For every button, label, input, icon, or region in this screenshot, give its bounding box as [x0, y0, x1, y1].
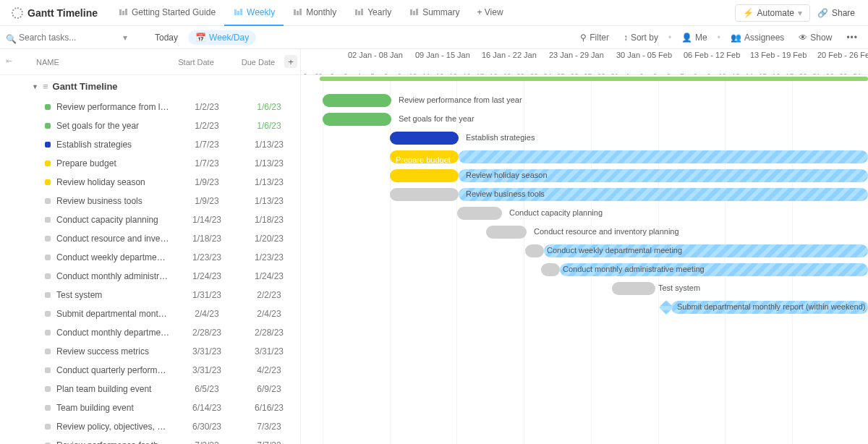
- gantt-row[interactable]: Review holiday season: [301, 166, 868, 185]
- gantt-bar-label: Review performance from last year: [399, 95, 522, 104]
- gantt-bar[interactable]: [323, 113, 391, 126]
- tab-summary[interactable]: Summary: [400, 0, 468, 26]
- svg-rect-11: [361, 9, 363, 15]
- task-row[interactable]: Review holiday season 1/9/23 1/13/23: [0, 173, 300, 192]
- task-row[interactable]: Conduct monthly departmental m... 2/28/2…: [0, 323, 300, 342]
- gantt-bar-extension[interactable]: [459, 150, 868, 163]
- gantt-pane[interactable]: 02 Jan - 08 Jan09 Jan - 15 Jan16 Jan - 2…: [301, 49, 868, 444]
- sort-icon: ↕: [624, 33, 628, 43]
- col-name[interactable]: NAME: [0, 58, 165, 67]
- automate-button[interactable]: ⚡ Automate ▾: [735, 4, 810, 22]
- task-row[interactable]: Test system 1/31/23 2/2/23: [0, 286, 300, 304]
- task-name: Establish strategies: [56, 140, 176, 150]
- show-button[interactable]: 👁Show: [794, 33, 836, 43]
- gantt-bar[interactable]: Prepare budget: [390, 150, 459, 163]
- task-row[interactable]: Review business tools 1/9/23 1/13/23: [0, 192, 300, 210]
- gantt-bar[interactable]: [390, 169, 459, 182]
- svg-rect-2: [125, 9, 127, 15]
- gantt-row[interactable]: Test system: [301, 279, 868, 298]
- tab-label: Yearly: [367, 7, 391, 17]
- gantt-row[interactable]: Conduct weekly departmental meeting: [301, 242, 868, 260]
- task-row[interactable]: Conduct quarterly performance m... 3/31/…: [0, 361, 300, 380]
- gantt-row[interactable]: [301, 373, 868, 392]
- col-due[interactable]: Due Date: [227, 58, 289, 67]
- task-row[interactable]: Establish strategies 1/7/23 1/13/23: [0, 135, 300, 154]
- filter-button[interactable]: ⚲Filter: [576, 33, 613, 43]
- search-input[interactable]: [6, 33, 114, 43]
- gantt-bar[interactable]: [486, 226, 527, 239]
- collapse-icon[interactable]: ⇤: [6, 56, 12, 66]
- status-dot: [45, 405, 51, 411]
- gantt-bar-label: Conduct weekly departmental meeting: [547, 246, 682, 255]
- task-row[interactable]: Team building event 6/14/23 6/16/23: [0, 398, 300, 417]
- gantt-row[interactable]: Conduct resource and inventory planning: [301, 223, 868, 242]
- tab-yearly[interactable]: Yearly: [345, 0, 400, 26]
- gantt-bar-label: Conduct monthly administrative meeting: [563, 265, 705, 273]
- gantt-row[interactable]: [301, 336, 868, 354]
- share-button[interactable]: 🔗 Share: [810, 5, 862, 21]
- more-button[interactable]: •••: [842, 33, 862, 43]
- task-row[interactable]: Set goals for the year 1/2/23 1/6/23: [0, 116, 300, 135]
- weekday-toggle[interactable]: 📅 Week/Day: [188, 30, 256, 45]
- gantt-row[interactable]: Conduct capacity planning: [301, 204, 868, 223]
- tab-weekly[interactable]: Weekly: [224, 0, 284, 26]
- task-start: 1/23/23: [176, 252, 238, 262]
- chevron-down-icon[interactable]: ▾: [120, 33, 130, 43]
- task-row[interactable]: Review policy, objectives, and busi... 6…: [0, 417, 300, 436]
- gantt-bar[interactable]: [390, 132, 459, 145]
- me-filter[interactable]: 👤Me: [677, 33, 712, 43]
- gantt-row[interactable]: Submit departmental monthly report (with…: [301, 298, 868, 317]
- task-row[interactable]: Conduct capacity planning 1/14/23 1/18/2…: [0, 210, 300, 229]
- tab-guide[interactable]: Getting Started Guide: [109, 0, 224, 26]
- task-row[interactable]: Review performance from last year 1/2/23…: [0, 98, 300, 116]
- gantt-row[interactable]: [301, 317, 868, 336]
- gantt-row[interactable]: [301, 392, 868, 411]
- task-due: 3/31/23: [238, 346, 300, 357]
- gantt-bar[interactable]: [457, 207, 502, 220]
- task-due: 1/18/23: [238, 215, 300, 225]
- today-button[interactable]: Today: [150, 33, 182, 43]
- gantt-bar[interactable]: [541, 263, 560, 276]
- week-label: 06 Feb - 12 Feb: [684, 51, 740, 59]
- gantt-bar[interactable]: [323, 94, 391, 107]
- task-row[interactable]: Review performance for the last 6 ... 7/…: [0, 436, 300, 444]
- svg-rect-14: [416, 9, 418, 15]
- milestone-diamond[interactable]: [659, 300, 673, 315]
- gantt-bar-label: Review holiday season: [466, 171, 548, 179]
- gantt-row[interactable]: [301, 411, 868, 430]
- tab-monthly[interactable]: Monthly: [284, 0, 345, 26]
- gantt-row[interactable]: Review business tools: [301, 185, 868, 204]
- assignees-filter[interactable]: 👥Assignees: [726, 33, 788, 43]
- task-start: 1/14/23: [176, 215, 238, 225]
- add-column-button[interactable]: +: [284, 55, 297, 68]
- tab-label: Monthly: [306, 7, 336, 17]
- gantt-row[interactable]: Conduct monthly administrative meeting: [301, 260, 868, 279]
- gantt-row[interactable]: [301, 430, 868, 444]
- gantt-row[interactable]: Prepare budget: [301, 148, 868, 166]
- gantt-row[interactable]: Establish strategies: [301, 129, 868, 148]
- gantt-row[interactable]: Set goals for the year: [301, 110, 868, 129]
- gantt-row[interactable]: Review performance from last year: [301, 91, 868, 110]
- group-title: Gantt Timeline: [53, 81, 118, 92]
- sortby-button[interactable]: ↕Sort by: [619, 33, 663, 43]
- group-header[interactable]: ▼ ≡ Gantt Timeline: [0, 75, 300, 98]
- col-start[interactable]: Start Date: [165, 58, 227, 67]
- gantt-bar[interactable]: [390, 188, 459, 201]
- status-dot: [45, 349, 51, 354]
- view-tabs: Getting Started GuideWeeklyMonthlyYearly…: [109, 0, 469, 26]
- search-box[interactable]: 🔍: [6, 33, 114, 43]
- gantt-bar[interactable]: [612, 282, 655, 295]
- task-row[interactable]: Plan team building event 6/5/23 6/9/23: [0, 380, 300, 398]
- gantt-bar[interactable]: [525, 244, 544, 257]
- task-row[interactable]: Conduct weekly departmental me... 1/23/2…: [0, 248, 300, 267]
- add-view-button[interactable]: + View: [468, 0, 511, 26]
- task-row[interactable]: Conduct resource and inventory pl... 1/1…: [0, 229, 300, 248]
- task-row[interactable]: Prepare budget 1/7/23 1/13/23: [0, 154, 300, 173]
- task-start: 1/31/23: [176, 290, 238, 300]
- task-row[interactable]: Submit departmental monthly re... 2/4/23…: [0, 304, 300, 323]
- gantt-body[interactable]: Review performance from last yearSet goa…: [301, 75, 868, 444]
- task-row[interactable]: Review success metrics 3/31/23 3/31/23: [0, 342, 300, 361]
- gantt-row[interactable]: [301, 354, 868, 373]
- task-row[interactable]: Conduct monthly administrative m... 1/24…: [0, 267, 300, 286]
- share-icon: 🔗: [817, 8, 828, 18]
